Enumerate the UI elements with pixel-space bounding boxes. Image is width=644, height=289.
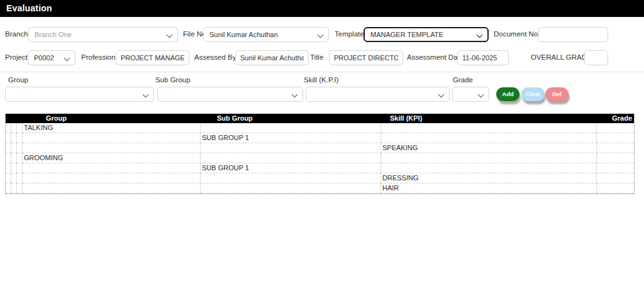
table-row[interactable]: GROOMING [6,153,634,163]
cell-group [23,133,201,143]
picker-grade-select[interactable] [452,87,489,102]
evaluation-table: Group Sub Group Skill (KPI) Grade TALKIN… [5,114,635,194]
cell-sub-group [201,143,381,153]
table-header-group: Group [23,114,201,123]
picker-sub-group-select[interactable] [157,87,303,102]
template-select[interactable]: MANAGER TEMPLATE [364,27,489,42]
cell-grade [597,133,634,143]
picker-group-select[interactable] [5,87,154,102]
branch-label: Branch [5,30,28,38]
branch-select[interactable]: Branch One [28,27,178,42]
del-button[interactable]: Del [545,87,569,101]
cell-group [23,183,201,194]
cell-grade [597,153,634,163]
template-label: Template [335,30,364,38]
assessed-by-label: Assessed By [194,53,236,61]
cell-group [23,163,201,173]
project-label: Project [5,53,28,61]
assessment-date-input[interactable] [457,50,509,65]
cell-skill [381,123,597,133]
branch-select-value: Branch One [35,31,72,38]
cell-group: GROOMING [23,153,201,163]
evaluation-screen: Evaluation Branch Branch One File No Sun… [0,0,644,289]
document-no-label: Document No [494,30,538,38]
assessment-date-label: Assessment Date [407,53,464,61]
cell-sub-group [201,123,381,133]
cell-sub-group: SUB GROUP 1 [201,163,381,173]
template-select-value: MANAGER TEMPLATE [370,31,443,38]
cell-skill: SPEAKING [381,143,597,153]
picker-skill-select[interactable] [306,87,450,102]
cell-sub-group: SUB GROUP 1 [201,133,381,143]
cell-group: TALKING [23,123,201,133]
chevron-down-icon [292,92,298,98]
title-input[interactable] [329,50,403,65]
picker-sub-group-label: Sub Group [155,76,191,84]
picker-skill-label: Skill (K.P.I) [304,76,338,84]
cell-sub-group [201,183,381,194]
profession-input[interactable] [116,50,189,65]
project-select-value: P0002 [34,54,54,62]
title-bar: Evaluation [0,0,644,17]
chevron-down-icon [143,92,149,98]
cell-grade [597,123,634,133]
cell-skill: HAIR [381,183,597,194]
cell-skill [381,133,597,143]
assessed-by-input[interactable] [235,50,309,65]
page-title: Evaluation [6,0,52,17]
profession-label: Profession [81,53,115,61]
chevron-down-icon [478,92,484,98]
cell-grade [597,173,634,183]
chevron-down-icon [64,55,70,62]
cell-grade [597,143,634,153]
file-no-label: File No [183,30,206,38]
picker-group-label: Group [8,76,28,84]
chevron-down-icon [167,32,173,38]
file-no-select[interactable]: Sunil Kumar Achuthan [203,27,329,42]
cell-grade [597,183,634,194]
table-row[interactable]: SPEAKING [6,143,634,153]
cell-group [23,143,201,153]
clear-button[interactable]: Clear [521,87,545,101]
table-row[interactable]: HAIR [6,183,634,194]
table-row[interactable]: TALKING [6,123,634,133]
project-select[interactable]: P0002 [28,50,75,65]
table-header-row: Group Sub Group Skill (KPI) Grade [6,114,634,123]
cell-sub-group [201,173,381,183]
cell-skill [381,163,597,173]
section-divider [0,72,644,72]
overall-grade-input[interactable] [584,50,608,65]
table-row[interactable]: DRESSING [6,173,634,183]
overall-grade-label: OVERALL GRADE [531,53,592,61]
cell-group [23,173,201,183]
title-label: Title [310,53,323,61]
table-header-grade: Grade [597,114,634,123]
cell-skill: DRESSING [381,173,597,183]
chevron-down-icon [438,92,445,98]
table-header-sub-group: Sub Group [201,114,381,123]
table-row[interactable]: SUB GROUP 1 [6,163,634,173]
table-row[interactable]: SUB GROUP 1 [6,133,634,143]
file-no-select-value: Sunil Kumar Achuthan [209,31,278,38]
cell-skill [381,153,597,163]
cell-grade [597,163,634,173]
picker-grade-label: Grade [453,76,473,84]
document-no-input[interactable] [538,27,608,42]
table-header-skill: Skill (KPI) [381,114,597,123]
cell-sub-group [201,153,381,163]
chevron-down-icon [477,32,483,38]
chevron-down-icon [318,32,324,38]
add-button[interactable]: Add [496,87,519,101]
